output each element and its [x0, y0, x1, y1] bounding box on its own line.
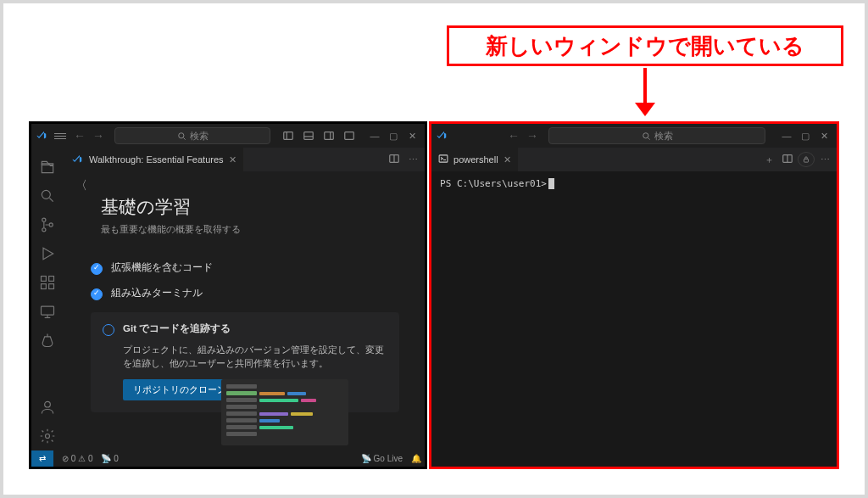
run-debug-icon[interactable]	[31, 239, 64, 268]
close-tab-icon[interactable]: ✕	[504, 154, 511, 165]
new-terminal-icon[interactable]: ＋	[760, 154, 777, 166]
go-live-button[interactable]: 📡 Go Live	[361, 454, 403, 463]
hamburger-menu-icon[interactable]	[52, 130, 69, 143]
maximize-button[interactable]: ▢	[384, 126, 403, 145]
editor-actions: ＋ ⋯	[757, 148, 837, 171]
terminal-prompt: PS C:\Users\user01>	[440, 178, 547, 189]
minimize-button[interactable]: —	[777, 126, 796, 145]
split-editor-icon[interactable]	[779, 153, 796, 166]
tab-powershell[interactable]: powershell ✕	[431, 148, 519, 171]
vscode-window-terminal: ← → 検索 — ▢ ✕ powershell ✕ ＋	[429, 121, 839, 469]
search-icon[interactable]	[31, 182, 64, 210]
step-label: 拡張機能を含むコード	[111, 261, 213, 274]
tab-walkthrough[interactable]: Walkthrough: Essential Features ✕	[64, 148, 244, 171]
split-editor-icon[interactable]	[386, 153, 403, 166]
window-controls: — ▢ ✕	[777, 126, 833, 145]
vscode-window-main: ← → 検索 — ▢ ✕	[29, 121, 427, 469]
svg-line-1	[183, 137, 185, 139]
status-bar: ⇄ ⊘ 0 ⚠ 0 📡 0 📡 Go Live 🔔	[31, 450, 425, 467]
search-placeholder: 検索	[190, 130, 209, 143]
back-chevron-icon[interactable]: 〈	[75, 178, 404, 193]
walkthrough-title: 基礎の学習	[101, 195, 404, 219]
editor-area: powershell ✕ ＋ ⋯ PS C:\Users\user01>	[431, 148, 837, 467]
step-label: 組み込みターミナル	[111, 287, 203, 299]
status-ports[interactable]: 📡 0	[101, 454, 118, 463]
maximize-button[interactable]: ▢	[796, 126, 815, 145]
toggle-panel-left-icon[interactable]	[279, 126, 298, 145]
source-control-icon[interactable]	[31, 210, 64, 239]
svg-rect-17	[48, 284, 53, 289]
svg-point-9	[42, 190, 50, 199]
terminal-output[interactable]: PS C:\Users\user01>	[431, 171, 837, 467]
more-actions-icon[interactable]: ⋯	[404, 154, 421, 165]
lock-icon[interactable]	[798, 152, 815, 167]
svg-point-25	[643, 132, 648, 137]
walkthrough-step[interactable]: 拡張機能を含むコード	[91, 261, 399, 275]
svg-point-12	[42, 228, 45, 232]
svg-point-11	[42, 218, 45, 221]
walkthrough-step[interactable]: Git でコードを追跡する	[103, 322, 387, 336]
toggle-panel-right-icon[interactable]	[320, 126, 338, 145]
cursor	[548, 178, 554, 189]
svg-rect-30	[804, 159, 809, 162]
customize-layout-icon[interactable]	[340, 126, 359, 145]
tab-title: powershell	[453, 154, 498, 165]
more-actions-icon[interactable]: ⋯	[816, 154, 833, 165]
svg-point-22	[45, 434, 49, 439]
walkthrough-preview-image	[221, 379, 348, 445]
nav-forward-button[interactable]: →	[91, 129, 106, 143]
notifications-icon[interactable]: 🔔	[411, 454, 421, 463]
clone-repository-button[interactable]: リポジトリのクローン	[123, 379, 236, 400]
svg-rect-16	[41, 284, 46, 289]
checkmark-icon	[91, 288, 103, 300]
nav-forward-button[interactable]: →	[525, 129, 540, 143]
minimize-button[interactable]: —	[365, 126, 384, 145]
remote-explorer-icon[interactable]	[31, 297, 64, 326]
svg-point-0	[178, 132, 183, 137]
tab-bar: Walkthrough: Essential Features ✕ ⋯	[64, 148, 425, 171]
svg-rect-18	[41, 306, 53, 315]
testing-icon[interactable]	[31, 326, 64, 355]
svg-point-21	[44, 401, 50, 407]
svg-rect-2	[284, 132, 293, 140]
annotation-arrow	[643, 68, 647, 106]
close-tab-icon[interactable]: ✕	[229, 154, 236, 165]
window-controls: — ▢ ✕	[365, 126, 421, 145]
tab-title: Walkthrough: Essential Features	[89, 154, 224, 165]
circle-icon	[103, 324, 114, 336]
extensions-icon[interactable]	[31, 268, 64, 297]
svg-rect-4	[304, 132, 314, 140]
settings-gear-icon[interactable]	[31, 422, 64, 450]
close-button[interactable]: ✕	[815, 126, 833, 145]
vscode-logo-icon	[70, 153, 84, 166]
title-bar: ← → 検索 — ▢ ✕	[31, 124, 425, 148]
step-label: Git でコードを追跡する	[123, 322, 231, 335]
walkthrough-step[interactable]: 組み込みターミナル	[91, 287, 399, 300]
nav-back-button[interactable]: ←	[506, 129, 521, 143]
checkmark-icon	[91, 263, 103, 275]
command-center-search[interactable]: 検索	[114, 127, 270, 144]
tab-bar: powershell ✕ ＋ ⋯	[431, 148, 837, 171]
svg-rect-6	[325, 132, 334, 140]
remote-indicator-icon[interactable]: ⇄	[31, 450, 53, 467]
toggle-panel-bottom-icon[interactable]	[299, 126, 318, 145]
svg-rect-14	[41, 277, 46, 282]
terminal-icon	[438, 154, 448, 165]
walkthrough-subtitle: 最も重要な機能の概要を取得する	[101, 224, 404, 236]
nav-back-button[interactable]: ←	[72, 129, 87, 143]
vscode-logo-icon	[35, 129, 48, 143]
layout-controls	[279, 126, 359, 145]
vscode-logo-icon	[435, 129, 448, 143]
close-button[interactable]: ✕	[403, 126, 421, 145]
title-bar: ← → 検索 — ▢ ✕	[431, 124, 837, 148]
svg-rect-8	[345, 132, 354, 140]
svg-line-10	[49, 199, 53, 202]
editor-area: Walkthrough: Essential Features ✕ ⋯ 〈 基礎…	[64, 148, 425, 450]
svg-rect-15	[48, 277, 53, 282]
step-description: プロジェクトに、組み込みのバージョン管理を設定して、変更を追跡し、他のユーザーと…	[123, 343, 387, 371]
command-center-search[interactable]: 検索	[548, 127, 765, 144]
status-problems[interactable]: ⊘ 0 ⚠ 0	[62, 454, 92, 463]
annotation-callout: 新しいウィンドウで開いている	[447, 25, 843, 66]
accounts-icon[interactable]	[31, 393, 64, 422]
explorer-icon[interactable]	[31, 153, 64, 182]
